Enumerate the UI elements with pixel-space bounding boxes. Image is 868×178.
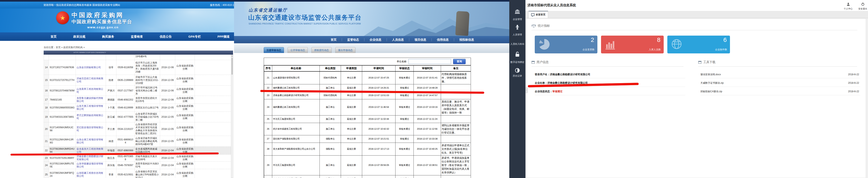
tool-date: 2018-6-22 [848, 71, 859, 78]
cell-phone: 0537-2177567 [116, 86, 134, 96]
sdjt-subtitle-en: SHANDONG PROVINCE TRAFFIC CONSTRUCTION M… [249, 23, 361, 25]
agency-link[interactable]: 枣庄正辉招标咨询有限公司 [76, 112, 106, 122]
scrollbar[interactable]: ▲ [231, 55, 233, 178]
tab-welcome-home[interactable]: 欢迎首页 [528, 11, 548, 18]
breadcrumb: 当前位置：首页 » 政府采购代理机构 » [44, 46, 85, 49]
table-row: 17764832165东营鲁元建设招标代理有限公司潘德新0546-8082202… [44, 96, 231, 104]
ccgp-site-url: www.ccgp.gov.cn [87, 26, 119, 29]
sidebar-item-1[interactable]: 企业管理 [509, 18, 525, 21]
nav-item-5[interactable]: 信息公告 [160, 35, 172, 39]
column-header: 单位类型 [320, 65, 341, 71]
star-glyph: ★ [60, 14, 65, 22]
cell-apply-time: 2018-12-07 09:56:05 [362, 155, 396, 175]
agency-link[interactable]: 济南金衢公路勘察设计研究有限公司 [76, 154, 106, 161]
user-info-row: 企业信息状态：审核通过 [535, 88, 685, 95]
scales-icon [531, 24, 536, 28]
cell-address: 东营市垦利区中兴路302号 [134, 161, 160, 169]
agency-link[interactable]: 东营鲁元建设招标代理有限公司 [76, 96, 106, 104]
action-2[interactable]: 安全退出 [856, 2, 868, 10]
cell-no: 22 [44, 147, 49, 154]
ccgp-site-subtitle: 中国政府购买服务信息平台 [71, 19, 132, 25]
table-row: 21山东晟源项目管理有限公司招标代理机构单位注册2018-12-07 15:47… [264, 71, 471, 84]
agency-link[interactable]: 山东华策建设项目管理有限公司 [76, 161, 106, 169]
sidebar-item-5[interactable]: 历史记录 [509, 75, 525, 78]
cell-empty [195, 112, 231, 122]
agency-link[interactable]: 山东金日招标有限公司 [76, 60, 106, 75]
action-1[interactable]: 个人中心 [842, 2, 855, 10]
agency-link[interactable]: 济南百思得工程咨询有限公司 [76, 75, 106, 86]
nav-item-2[interactable]: 监管动态 [342, 38, 364, 41]
cell-audit-time: 2018-12-07 10:38:51 [414, 155, 441, 175]
sidebar-item-4[interactable]: 数字证书绑定 [509, 61, 525, 64]
cell [44, 55, 49, 60]
nav-item-4[interactable]: 监督检查 [131, 35, 143, 39]
monitor-icon [531, 13, 534, 16]
cell-apply-type: 单位注册 [341, 123, 362, 135]
tab-1[interactable]: 注册审核动态 [264, 47, 284, 53]
stat-card-3[interactable]: 6企业附件数 [667, 36, 730, 53]
info-label: 企业信息状态： [535, 90, 553, 93]
info-value: 济南金衢公路勘察设计研究有限公司 [550, 73, 590, 76]
nav-item-2[interactable]: 政采法规 [73, 35, 85, 39]
agency-link[interactable]: 山东美誉工程咨询有限公司 [76, 86, 106, 96]
cell-contact: 孙宝威 [106, 112, 116, 122]
cell-no: 26 [264, 123, 272, 135]
scroll-up-icon[interactable]: ▲ [231, 55, 233, 57]
cell-empty [195, 136, 231, 147]
query-button[interactable]: 查询 [453, 59, 466, 64]
agency-link[interactable]: 山东联建工程造价咨询有限公司 [76, 169, 106, 178]
divider [531, 30, 857, 30]
info-value: 审核通过 [553, 90, 563, 93]
unit-name-input[interactable] [408, 59, 451, 64]
cell-empty [195, 86, 231, 96]
cell-branch: 山东省政府采购分网 [175, 60, 195, 75]
cell-unit-name: 济南金衢公路勘察设计研究有限公司 [272, 92, 320, 99]
cell-audit-status: 审核未通过 [396, 155, 414, 175]
stat-card-2[interactable]: 8入库人员数 [601, 36, 664, 53]
agency-link[interactable]: 宏亿联咨项目管理有限公司 [76, 122, 106, 136]
nav-item-3[interactable]: 购买服务 [102, 35, 114, 39]
nav-item-6[interactable]: 信用信息 [432, 38, 454, 41]
tab-2[interactable]: 公开审核动态 [287, 47, 308, 53]
cell-unit-name: 山东燕舞岭生态建设有限公司 [272, 175, 320, 178]
cell-phone: 0534-2219107 [116, 122, 134, 136]
nav-item-6[interactable]: GPA专栏 [188, 35, 201, 39]
cell-audit-time: 2018-12-07 13:33:16 [414, 99, 441, 116]
sidebar-collapse-handle[interactable]: ‹ [525, 87, 528, 93]
nav-item-7[interactable]: 招投标信息 [454, 38, 479, 41]
cell-remark: 请到山东省建筑市场监管与诚信信息一体化平台进行登记注册。 [441, 123, 471, 135]
sidebar-item-2[interactable]: 人员管理 [509, 33, 525, 36]
tab-3[interactable]: 授权委托动态 [311, 47, 332, 53]
tool-file-link[interactable]: 天威数字证书驱动.zip [701, 82, 724, 84]
nav-item-3[interactable]: 企业信息 [364, 38, 386, 41]
cell-branch: 山东省政府采购分网 [175, 86, 195, 96]
sidebar-item-3[interactable]: 人员转入转出 [509, 42, 525, 46]
cell-empty [195, 154, 231, 161]
nav-item-1[interactable]: 首页 [326, 38, 342, 41]
tool-date: 2018-6-22 [848, 79, 859, 87]
cell-unit-type: 保险单位 [320, 135, 341, 143]
cell-address: 山东省枣庄市薛城区常庄镇城南小区733号第二幢 [134, 112, 160, 122]
cell-unit-name: 中冶天工集团有限公司 [272, 155, 320, 175]
nav-item-5[interactable]: 项目信息 [409, 38, 432, 41]
stat-card-1[interactable]: 2企业资质数 [535, 36, 597, 53]
cell-contact: 卜千惠 [106, 104, 116, 112]
nav-item-7[interactable]: PPP频道 [217, 35, 229, 39]
cell-audit-time: 2018-12-07 10:33:38 [414, 135, 441, 143]
stat-label: 企业资质数 [583, 48, 595, 51]
tool-file-link[interactable]: 招标投标CA驱动.zip [701, 90, 722, 93]
cell-credit-code: 91370521MA3MRUTE0E [49, 161, 76, 169]
agency-link[interactable]: 山东天昊工程项目管理有限公司 [76, 104, 106, 112]
scroll-thumb[interactable] [231, 58, 233, 75]
tab-4[interactable]: 退出市场动态 [335, 47, 355, 53]
tool-file-link[interactable]: 驱动安装说明.docx [701, 73, 721, 76]
agency-link[interactable]: 山东众展工程项目管理有限公司 [76, 136, 106, 147]
cell-credit-code: 91371400MA3M5XJC98 [49, 122, 76, 136]
cell-apply-time: 2018-12-07 10:17:13 [362, 143, 396, 155]
table-row: 2591370602MA3MFBFQ24山东联建工程造价咨询有限公司李君0535… [44, 169, 231, 178]
cell-audit-status: 审核通过 [396, 84, 414, 92]
nav-item-1[interactable]: 首页 [51, 35, 57, 39]
cell-no: 17 [44, 96, 49, 104]
nav-item-4[interactable]: 人员信息 [386, 38, 409, 41]
cell-credit-code: 91370112MA3MH13R8G [49, 136, 76, 147]
